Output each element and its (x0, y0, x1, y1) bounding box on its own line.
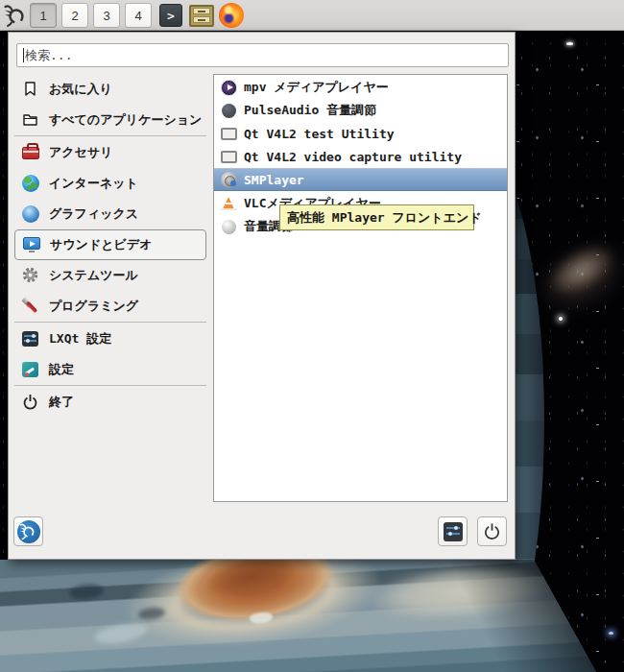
sidebar-separator (14, 385, 206, 386)
text-cursor (23, 48, 24, 62)
sidebar-item-system-tools[interactable]: システムツール (14, 260, 206, 291)
search-input[interactable]: 検索... (16, 43, 509, 67)
workspace-button-1[interactable]: 1 (30, 3, 57, 28)
mpv-icon (221, 80, 237, 96)
sidebar-item-favorites[interactable]: お気に入り (14, 74, 206, 105)
file-manager-launcher[interactable] (189, 5, 214, 27)
jupiter-terminator-shadow (0, 560, 624, 672)
power-icon (483, 522, 501, 540)
firefox-launcher[interactable] (219, 3, 244, 28)
pulseaudio-icon (221, 103, 237, 119)
video-device-icon (221, 126, 237, 142)
sidebar-item-accessories[interactable]: アクセサリ (14, 137, 206, 168)
toolbox-icon (22, 144, 39, 161)
sidebar-item-sound-video[interactable]: サウンドとビデオ (14, 229, 206, 260)
sidebar-separator (14, 322, 206, 323)
app-item-pulseaudio[interactable]: PulseAudio 音量調節 (214, 99, 507, 122)
lxqt-logo-button[interactable] (13, 516, 43, 546)
bright-star (559, 317, 563, 321)
sidebar-item-all-applications[interactable]: すべてのアプリケーション (14, 105, 206, 135)
application-menu: 検索... お気に入り すべてのアプリケーション アクセサリ インターネット グ… (8, 32, 516, 560)
folder-icon (22, 111, 39, 129)
settings-icon (22, 361, 39, 378)
lxqt-bird-icon (17, 520, 40, 543)
sidebar-item-leave[interactable]: 終了 (14, 387, 206, 418)
sidebar-item-programming[interactable]: プログラミング (14, 291, 206, 322)
lxqt-bird-icon (3, 3, 29, 28)
sidebar-item-lxqt-settings[interactable]: LXQt 設定 (14, 324, 206, 354)
sidebar-item-graphics[interactable]: グラフィックス (14, 199, 206, 229)
app-item-mpv[interactable]: mpv メディアプレイヤー (214, 76, 507, 99)
tooltip: 高性能 MPlayer フロントエンド (279, 204, 474, 230)
application-list: mpv メディアプレイヤー PulseAudio 音量調節 Qt V4L2 te… (213, 74, 508, 502)
multimedia-icon (23, 236, 40, 253)
lxqt-menu-button[interactable] (3, 3, 29, 28)
workspace-button-4[interactable]: 4 (125, 3, 152, 28)
blue-star (609, 632, 613, 635)
jupiter-planet (0, 560, 624, 672)
app-item-smplayer[interactable]: SMPlayer (214, 168, 507, 191)
video-device-icon (221, 149, 237, 165)
globe-icon (22, 175, 39, 192)
bookmark-icon (22, 81, 39, 98)
bright-star (566, 42, 573, 45)
lxqt-configuration-button[interactable] (438, 516, 468, 546)
lxqt-settings-icon (22, 330, 39, 348)
sidebar-item-settings[interactable]: 設定 (14, 354, 206, 385)
app-item-qt-v4l2-capture[interactable]: Qt V4L2 video capture utility (214, 145, 507, 168)
gear-icon (22, 267, 39, 284)
sidebar-separator (14, 135, 206, 136)
workspace-button-3[interactable]: 3 (93, 3, 120, 28)
power-icon (22, 394, 39, 411)
vlc-icon (221, 196, 237, 212)
qterminal-launcher[interactable]: > (159, 4, 182, 27)
app-item-qt-v4l2-test[interactable]: Qt V4L2 test Utility (214, 122, 507, 145)
leave-button[interactable] (477, 516, 507, 546)
top-panel: 1 2 3 4 > (0, 0, 624, 31)
sphere-icon (22, 205, 39, 223)
sidebar-item-internet[interactable]: インターネット (14, 168, 206, 199)
sliders-icon (444, 522, 463, 541)
volume-icon (221, 219, 237, 235)
workspace-button-2[interactable]: 2 (61, 3, 88, 28)
hammer-icon (22, 298, 39, 315)
smplayer-icon (221, 172, 237, 188)
